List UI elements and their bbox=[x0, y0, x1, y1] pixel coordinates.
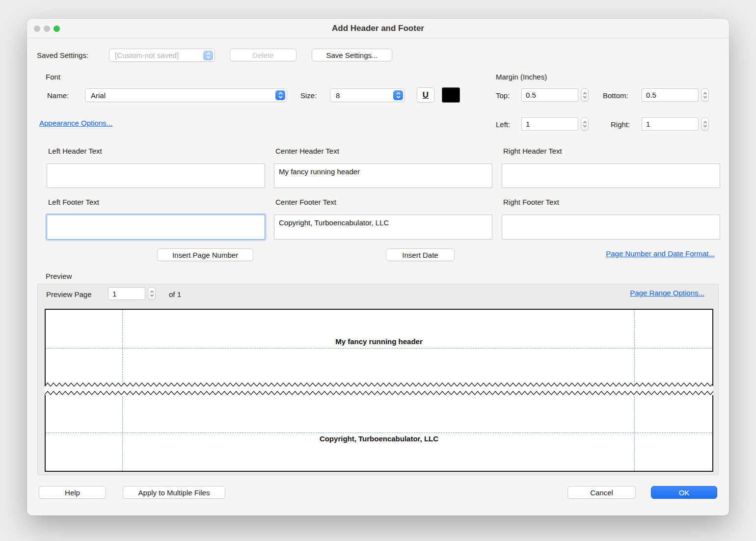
margin-section-label: Margin (Inches) bbox=[496, 73, 547, 81]
preview-page-bottom-section bbox=[45, 395, 713, 472]
right-footer-label: Right Footer Text bbox=[503, 198, 559, 207]
margin-right-label: Right: bbox=[611, 120, 630, 129]
torn-edge-top bbox=[45, 382, 713, 387]
center-header-label: Center Header Text bbox=[275, 147, 339, 156]
window-title: Add Header and Footer bbox=[27, 19, 729, 38]
font-name-dropdown[interactable]: Arial bbox=[85, 88, 287, 102]
preview-page-count: of 1 bbox=[169, 290, 181, 299]
font-name-value: Arial bbox=[91, 91, 106, 100]
page-range-options-link[interactable]: Page Range Options... bbox=[630, 289, 704, 298]
preview-page-label: Preview Page bbox=[46, 290, 92, 299]
left-header-label: Left Header Text bbox=[48, 147, 102, 156]
preview-page-top-section bbox=[45, 309, 713, 386]
stepper-arrows-icon bbox=[583, 120, 587, 128]
preview-page-stepper[interactable] bbox=[148, 287, 156, 300]
left-footer-textarea[interactable] bbox=[47, 215, 265, 240]
margin-bottom-input[interactable] bbox=[642, 88, 699, 102]
margin-left-label: Left: bbox=[496, 120, 510, 129]
underline-button[interactable]: U bbox=[417, 87, 434, 103]
preview-page-input[interactable] bbox=[108, 287, 145, 300]
right-footer-textarea[interactable] bbox=[502, 215, 720, 240]
insert-page-number-button[interactable]: Insert Page Number bbox=[157, 248, 253, 261]
preview-group: Preview Page of 1 Page Range Options... … bbox=[37, 284, 719, 475]
margin-left-stepper[interactable] bbox=[581, 117, 589, 131]
preview-page-canvas: My fancy running header Copyright, Turbo… bbox=[45, 309, 713, 472]
font-size-value: 8 bbox=[336, 91, 340, 100]
font-color-swatch[interactable] bbox=[442, 87, 460, 103]
preview-footer-text: Copyright, Turboencabulator, LLC bbox=[45, 434, 713, 443]
dropdown-arrows-icon bbox=[393, 90, 403, 100]
saved-settings-label: Saved Settings: bbox=[37, 51, 88, 60]
saved-settings-dropdown[interactable]: [Custom-not saved] bbox=[109, 49, 215, 62]
delete-button[interactable]: Delete bbox=[230, 49, 297, 61]
margin-guide-footer bbox=[46, 433, 712, 433]
margin-top-stepper[interactable] bbox=[581, 88, 589, 102]
font-size-label: Size: bbox=[300, 91, 317, 100]
center-footer-label: Center Footer Text bbox=[275, 198, 336, 207]
margin-top-label: Top: bbox=[496, 91, 510, 100]
left-footer-label: Left Footer Text bbox=[48, 198, 99, 207]
margin-top-input[interactable] bbox=[521, 88, 578, 102]
add-header-footer-dialog: Add Header and Footer Saved Settings: [C… bbox=[27, 19, 729, 515]
cancel-button[interactable]: Cancel bbox=[567, 486, 636, 499]
page-number-date-format-link[interactable]: Page Number and Date Format... bbox=[606, 249, 715, 258]
font-section-label: Font bbox=[46, 73, 60, 81]
margin-left-input[interactable] bbox=[521, 117, 578, 131]
saved-settings-value: [Custom-not saved] bbox=[115, 51, 179, 59]
preview-section-label: Preview bbox=[46, 272, 72, 281]
margin-bottom-stepper[interactable] bbox=[701, 88, 709, 102]
font-size-dropdown[interactable]: 8 bbox=[330, 88, 405, 102]
margin-right-stepper[interactable] bbox=[701, 117, 709, 131]
right-header-textarea[interactable] bbox=[502, 163, 720, 188]
center-footer-textarea[interactable]: Copyright, Turboencabulator, LLC bbox=[274, 215, 492, 240]
stepper-arrows-icon bbox=[583, 91, 587, 99]
right-header-label: Right Header Text bbox=[503, 147, 562, 156]
preview-header-text: My fancy running header bbox=[45, 337, 713, 346]
margin-guide-left-bottom bbox=[122, 397, 123, 471]
left-header-textarea[interactable] bbox=[47, 163, 265, 188]
dropdown-arrows-icon bbox=[203, 51, 213, 60]
insert-date-button[interactable]: Insert Date bbox=[386, 248, 455, 261]
help-button[interactable]: Help bbox=[39, 486, 106, 499]
save-settings-button[interactable]: Save Settings... bbox=[312, 49, 392, 61]
margin-guide-left-top bbox=[122, 310, 123, 385]
apply-to-multiple-files-button[interactable]: Apply to Multiple Files bbox=[123, 486, 225, 499]
margin-guide-right-top bbox=[634, 310, 635, 385]
ok-button[interactable]: OK bbox=[651, 486, 717, 499]
stepper-arrows-icon bbox=[150, 290, 154, 298]
margin-guide-right-bottom bbox=[634, 397, 635, 471]
margin-guide-header bbox=[46, 348, 712, 349]
stepper-arrows-icon bbox=[703, 120, 707, 128]
title-bar: Add Header and Footer bbox=[27, 19, 729, 38]
dropdown-arrows-icon bbox=[275, 90, 285, 100]
center-header-textarea[interactable]: My fancy running header bbox=[274, 163, 492, 188]
torn-edge-bottom bbox=[45, 390, 713, 396]
font-name-label: Name: bbox=[47, 91, 69, 100]
appearance-options-link[interactable]: Appearance Options... bbox=[39, 119, 112, 128]
margin-bottom-label: Bottom: bbox=[603, 91, 628, 100]
margin-right-input[interactable] bbox=[642, 117, 699, 131]
stepper-arrows-icon bbox=[703, 91, 707, 99]
